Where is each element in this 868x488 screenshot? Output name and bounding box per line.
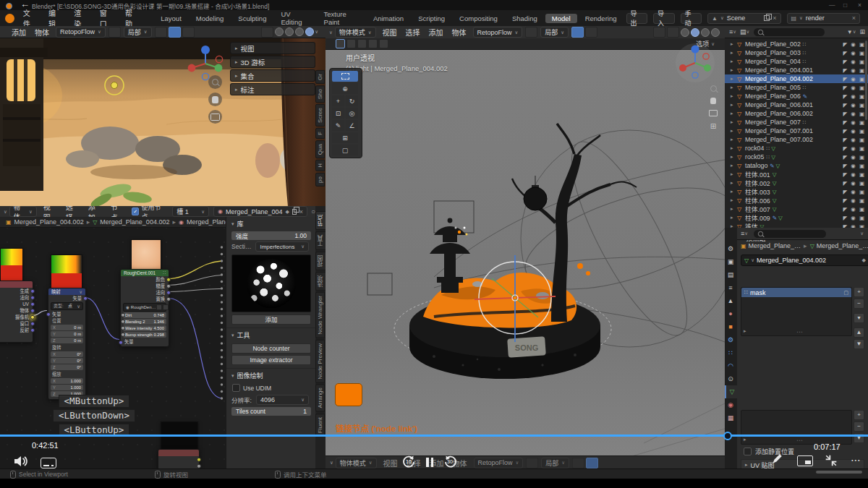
- library-preview[interactable]: [231, 254, 311, 312]
- expand-arrow-icon[interactable]: ▸: [731, 67, 737, 73]
- shading-wireframe-icon[interactable]: [681, 28, 689, 37]
- sidebar-tab[interactable]: H: [315, 160, 325, 171]
- value-slider[interactable]: Z0 m: [51, 338, 83, 343]
- shading-material-icon[interactable]: [701, 28, 710, 37]
- render-toggle-icon[interactable]: ▣: [859, 154, 864, 160]
- expand-arrow-icon[interactable]: ▸: [731, 50, 737, 56]
- roughdent-group-node[interactable]: RoughDent.001 ∷ 颜色糙度法向置换 ◉ RoughDen… Dir…: [120, 269, 169, 347]
- shrink-icon[interactable]: [825, 454, 838, 467]
- visibility-toggle-icon[interactable]: ◉: [851, 93, 856, 100]
- clipped-node[interactable]: [158, 449, 200, 468]
- shading-material-icon[interactable]: [295, 27, 304, 36]
- selectable-toggle-icon[interactable]: ◤: [843, 145, 848, 152]
- render-toggle-icon[interactable]: ▣: [859, 137, 864, 143]
- eyedropper-row[interactable]: ╱: [0, 333, 33, 342]
- node-input[interactable]: 矢量: [121, 338, 169, 346]
- add-shape-key-button[interactable]: +: [854, 410, 864, 420]
- close-scene-icon[interactable]: ×: [773, 14, 776, 22]
- retopoflow-menu[interactable]: RetopoFlow∨: [56, 27, 106, 38]
- select-mode-option[interactable]: [346, 39, 356, 48]
- sidebar-section[interactable]: ▸3D 游标: [230, 56, 315, 68]
- node-output[interactable]: UV: [0, 301, 33, 307]
- properties-tab-view-layer[interactable]: ≡: [725, 281, 736, 294]
- expand-arrow-icon[interactable]: ▸: [731, 137, 737, 142]
- magnet-icon[interactable]: [586, 458, 598, 468]
- window-close-button[interactable]: ×: [858, 1, 861, 9]
- selectable-toggle-icon[interactable]: ◤: [843, 67, 848, 74]
- select-mode-option[interactable]: [357, 39, 367, 48]
- render-toggle-icon[interactable]: ▣: [859, 206, 864, 213]
- selectable-toggle-icon[interactable]: ◤: [843, 189, 848, 195]
- node-output[interactable]: 物体: [0, 307, 33, 314]
- node-sidebar-tab[interactable]: Fluent: [315, 414, 325, 437]
- view-layer-selector[interactable]: ▤ ∨ render ×: [787, 13, 860, 24]
- unlink-button[interactable]: [163, 304, 169, 310]
- visibility-toggle-icon[interactable]: ◉: [851, 59, 856, 65]
- visibility-toggle-icon[interactable]: ◉: [851, 41, 856, 48]
- shading-solid-icon[interactable]: [691, 28, 699, 37]
- falloff-dropdown[interactable]: 局部∨: [540, 27, 569, 38]
- manual-button[interactable]: 手动: [681, 13, 702, 24]
- snap-magnet-icon[interactable]: [571, 27, 584, 38]
- properties-tab-object-data[interactable]: ▽: [725, 385, 738, 398]
- pivot-icon[interactable]: [572, 458, 584, 468]
- shading-rendered-icon[interactable]: [305, 27, 314, 36]
- render-toggle-icon[interactable]: ▣: [859, 145, 864, 152]
- filter-icon[interactable]: ▼: [847, 29, 853, 35]
- outliner-row[interactable]: ▸ ▽ Merged_Plane_003∷ ◤ ◉ ▣: [725, 48, 868, 57]
- node-output[interactable]: 置换: [121, 296, 169, 302]
- value-slider[interactable]: Y0°: [51, 358, 83, 364]
- tool-select-box[interactable]: [332, 71, 358, 82]
- outliner-row[interactable]: ▸ ▽ 柱体.003▽ ◤ ◉ ▣: [725, 187, 868, 196]
- visibility-toggle-icon[interactable]: ◉: [851, 180, 856, 187]
- node-socket[interactable]: [221, 294, 223, 296]
- tiles-count-slider[interactable]: Tiles count1: [231, 407, 311, 416]
- node-sidebar-tab[interactable]: 视图: [315, 252, 326, 270]
- shading-rendered-icon[interactable]: [711, 28, 720, 37]
- properties-tab-tool[interactable]: ⚙: [725, 242, 736, 255]
- viewport-menu[interactable]: 物体: [448, 27, 471, 38]
- selectable-toggle-icon[interactable]: ◤: [843, 76, 848, 82]
- strength-slider[interactable]: 强度1.00: [231, 231, 311, 240]
- workspace-tab[interactable]: UV Editing: [274, 9, 315, 27]
- tool-cursor[interactable]: ⊕: [332, 83, 358, 94]
- select-mode-option[interactable]: [368, 39, 378, 48]
- sidebar-tab[interactable]: Qua: [315, 140, 325, 158]
- rewind-button[interactable]: 10: [401, 455, 416, 468]
- selectable-toggle-icon[interactable]: ◤: [843, 180, 848, 187]
- node-socket[interactable]: [221, 267, 223, 269]
- node-socket[interactable]: [221, 253, 223, 255]
- camera-view-icon[interactable]: [208, 110, 222, 124]
- more-options-icon[interactable]: ⋯: [851, 454, 861, 466]
- value-slider[interactable]: X0 m: [51, 325, 83, 330]
- expand-arrow-icon[interactable]: ▸: [731, 180, 737, 186]
- zoom-gizmo-icon[interactable]: [208, 75, 222, 89]
- proportional-edit-icon[interactable]: [525, 27, 537, 38]
- workspace-tab[interactable]: Sculpting: [231, 14, 273, 23]
- object-name[interactable]: rock05: [745, 153, 764, 160]
- shield-icon[interactable]: ◆: [285, 209, 289, 215]
- expand-arrow-icon[interactable]: ▸: [731, 76, 737, 82]
- render-toggle-icon[interactable]: ▣: [859, 67, 864, 74]
- selectable-toggle-icon[interactable]: ◤: [843, 111, 848, 117]
- render-toggle-icon[interactable]: ▣: [859, 85, 864, 91]
- visibility-toggle-icon[interactable]: ◉: [851, 85, 856, 91]
- render-toggle-icon[interactable]: ▣: [859, 119, 864, 126]
- add-vertex-group-button[interactable]: +: [854, 287, 864, 297]
- node-socket[interactable]: [221, 322, 223, 324]
- object-name[interactable]: Merged_Plane_004.002: [745, 75, 813, 82]
- outliner-row[interactable]: ▸ ▽ Merged_Plane_006✎ ◤ ◉ ▣: [725, 92, 868, 100]
- tool-extrude[interactable]: ▢: [332, 145, 358, 155]
- rest-position-checkbox[interactable]: [744, 448, 752, 455]
- outliner-row[interactable]: ▸ ▽ rock04∷▽ ◤ ◉ ▣: [725, 144, 868, 153]
- render-toggle-icon[interactable]: ▣: [859, 189, 864, 195]
- workspace-tab[interactable]: Texture Paint: [318, 9, 365, 27]
- pivot-point-icon[interactable]: [182, 27, 195, 38]
- object-name[interactable]: rock04: [745, 145, 764, 152]
- remove-vertex-group-button[interactable]: −: [854, 299, 864, 309]
- node-socket[interactable]: [221, 308, 223, 310]
- overlays-toggle-icon[interactable]: [653, 27, 665, 38]
- visibility-toggle-icon[interactable]: ◉: [851, 50, 856, 56]
- node-socket[interactable]: [221, 390, 223, 393]
- visibility-toggle-icon[interactable]: ◉: [851, 145, 856, 152]
